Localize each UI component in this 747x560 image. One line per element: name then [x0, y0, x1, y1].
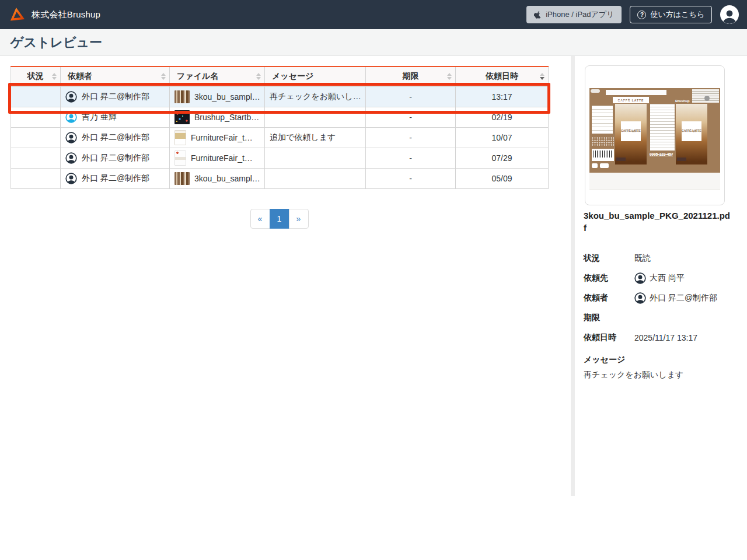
- table-row-selected[interactable]: 外口 昇二@制作部 3kou_bu_sampl… 再チェックをお願いし… - 1…: [11, 86, 549, 107]
- pagination-page-1-button[interactable]: 1: [270, 209, 289, 229]
- due-cell: -: [366, 86, 456, 107]
- date-cell: 10/07: [456, 127, 549, 148]
- help-button[interactable]: ? 使い方はこちら: [630, 6, 712, 23]
- preview-brand-text: Brushup: [615, 99, 629, 103]
- field-status: 状況 既読: [584, 249, 736, 268]
- brand[interactable]: 株式会社Brushup: [8, 6, 100, 23]
- sort-icon: [256, 73, 261, 80]
- requester-name: 吉乃 亜輝: [82, 112, 117, 123]
- brushup-logo-icon: [8, 5, 27, 24]
- field-requester: 依頼者 外口 昇二@制作部: [584, 288, 736, 308]
- pagination-prev-button[interactable]: «: [250, 209, 270, 229]
- status-cell: [11, 168, 61, 188]
- status-value: 既読: [634, 253, 651, 264]
- user-avatar-icon: [65, 152, 77, 164]
- user-avatar-icon: [634, 272, 646, 284]
- review-table: 状況 依頼者 ファイル名 メッセージ 期限 依頼日時: [11, 66, 549, 189]
- preview-brand-text: Brushup: [675, 99, 690, 103]
- sort-icon: [52, 73, 57, 80]
- column-header-filename[interactable]: ファイル名: [170, 66, 265, 86]
- status-cell: [11, 86, 61, 107]
- title-bar: ゲストレビュー: [0, 29, 747, 56]
- field-date: 依頼日時 2025/11/17 13:17: [584, 328, 736, 348]
- file-preview[interactable]: CAFFÈ LATTE Brushup Brushup クリーミーな味わいCAF…: [585, 65, 725, 205]
- assignee-name: 大西 尚平: [650, 273, 685, 284]
- file-name: FurnitureFair_t…: [191, 153, 253, 163]
- due-cell: -: [366, 148, 456, 168]
- message-text: 再チェックをお願いし…: [270, 92, 361, 102]
- top-navbar: 株式会社Brushup iPhone / iPadアプリ ? 使い方はこちら: [0, 0, 747, 29]
- iphone-ipad-app-button[interactable]: iPhone / iPadアプリ: [526, 6, 622, 23]
- table-row[interactable]: 外口 昇二@制作部 3kou_bu_sampl… - 05/09: [11, 168, 549, 188]
- pagination: « 1 »: [11, 209, 548, 229]
- user-avatar-icon: [65, 111, 77, 123]
- account-avatar[interactable]: [720, 5, 739, 24]
- date-cell: 05/09: [456, 168, 549, 188]
- user-avatar-icon: [65, 173, 77, 184]
- pouch-photo: クリーミーな味わいCAFFÈ LATTEカフェラテ: [676, 104, 707, 164]
- ingredients-box: [650, 104, 675, 150]
- file-thumbnail: [174, 90, 190, 103]
- message-text: 追加で依頼します: [270, 132, 336, 143]
- field-due: 期限: [584, 308, 736, 328]
- pouch-photo: クリーミーな味わいCAFFÈ LATTEカフェラテ: [615, 104, 647, 164]
- package-design-preview-image: CAFFÈ LATTE Brushup Brushup クリーミーな味わいCAF…: [589, 88, 720, 173]
- file-name: FurnitureFair_t…: [191, 133, 253, 142]
- file-thumbnail: [174, 150, 186, 166]
- brand-name: 株式会社Brushup: [32, 9, 100, 20]
- user-avatar-icon: [65, 91, 77, 103]
- detail-panel: CAFFÈ LATTE Brushup Brushup クリーミーな味わいCAF…: [575, 56, 747, 560]
- table-row[interactable]: 外口 昇二@制作部 FurnitureFair_t… 追加で依頼します - 10…: [11, 127, 549, 148]
- column-header-message[interactable]: メッセージ: [265, 66, 366, 86]
- status-cell: [11, 127, 61, 148]
- requester-name: 外口 昇二@制作部: [82, 153, 149, 163]
- user-avatar-icon: [634, 292, 646, 304]
- help-button-label: 使い方はこちら: [650, 9, 704, 20]
- main-scrollbar-track[interactable]: [571, 56, 575, 496]
- barcode: [592, 149, 614, 161]
- requester-name: 外口 昇二@制作部: [82, 92, 149, 102]
- user-avatar-icon: [65, 132, 77, 144]
- detail-fields: 状況 既読 依頼先 大西 尚平 依頼者 外口 昇二@制作部 期限 依頼日時 20…: [584, 249, 736, 380]
- table-header-row: 状況 依頼者 ファイル名 メッセージ 期限 依頼日時: [11, 66, 549, 86]
- apple-icon: [534, 10, 542, 19]
- date-cell: 13:17: [456, 86, 549, 107]
- file-name: 3kou_bu_sampl…: [194, 174, 260, 183]
- file-name: 3kou_bu_sampl…: [194, 92, 260, 102]
- column-header-due[interactable]: 期限: [366, 66, 456, 86]
- review-table-wrap: 状況 依頼者 ファイル名 メッセージ 期限 依頼日時: [11, 66, 548, 189]
- field-message: メッセージ 再チェックをお願いします: [584, 355, 736, 380]
- column-header-status[interactable]: 状況: [11, 66, 61, 86]
- question-icon: ?: [637, 10, 646, 19]
- file-name: Brushup_Startb…: [194, 113, 259, 122]
- detail-filename: 3kou_bu_sample_PKG_2021121.pdf: [584, 209, 731, 234]
- file-thumbnail: [174, 172, 190, 185]
- column-header-requester[interactable]: 依頼者: [61, 66, 170, 86]
- page-title: ゲストレビュー: [11, 34, 102, 51]
- requester-name: 外口 昇二@制作部: [82, 173, 149, 184]
- due-cell: -: [366, 127, 456, 148]
- nutrition-table: [592, 106, 613, 134]
- sort-icon-active-desc: [540, 73, 544, 80]
- date-value: 2025/11/17 13:17: [634, 333, 697, 342]
- file-thumbnail: [174, 110, 190, 124]
- due-cell: -: [366, 107, 456, 127]
- due-cell: -: [366, 168, 456, 188]
- file-thumbnail: [174, 130, 186, 145]
- message-value: 再チェックをお願いします: [584, 370, 736, 380]
- pagination-next-button[interactable]: »: [289, 209, 309, 229]
- table-row[interactable]: 外口 昇二@制作部 FurnitureFair_t… - 07/29: [11, 148, 549, 168]
- field-assignee: 依頼先 大西 尚平: [584, 268, 736, 288]
- status-cell: [11, 148, 61, 168]
- requester-name: 外口 昇二@制作部: [82, 132, 149, 143]
- sort-icon: [161, 73, 166, 80]
- date-cell: 02/19: [456, 107, 549, 127]
- column-header-date[interactable]: 依頼日時: [456, 66, 549, 86]
- app-button-label: iPhone / iPadアプリ: [546, 9, 614, 20]
- sort-icon: [447, 73, 452, 80]
- date-cell: 07/29: [456, 148, 549, 168]
- requester-name: 外口 昇二@制作部: [650, 293, 717, 303]
- table-row[interactable]: 吉乃 亜輝 Brushup_Startb… - 02/19: [11, 107, 549, 127]
- status-cell: [11, 107, 61, 127]
